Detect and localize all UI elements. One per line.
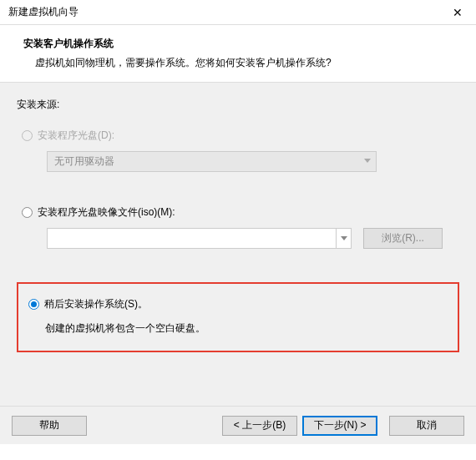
page-title: 安装客户机操作系统 [23,37,459,51]
radio-iso-file[interactable] [22,207,33,218]
drive-dropdown: 无可用驱动器 [47,151,377,172]
radio-install-later-label: 稍后安装操作系统(S)。 [44,297,148,311]
back-button[interactable]: < 上一步(B) [222,416,297,436]
window-title: 新建虚拟机向导 [8,5,438,19]
help-button[interactable]: 帮助 [12,416,87,436]
selected-option-highlight: 稍后安装操作系统(S)。 创建的虚拟机将包含一个空白硬盘。 [17,282,459,352]
chevron-down-icon [364,159,371,163]
iso-path-input[interactable] [47,228,352,249]
close-icon: ✕ [453,6,463,19]
drive-dropdown-value: 无可用驱动器 [54,154,114,169]
radio-installer-disc-label: 安装程序光盘(D): [38,129,114,143]
page-subtitle: 虚拟机如同物理机，需要操作系统。您将如何安装客户机操作系统? [23,56,459,70]
radio-installer-disc [22,130,33,141]
browse-button: 浏览(R)... [363,228,443,249]
install-source-label: 安装来源: [17,98,459,112]
radio-install-later[interactable] [28,299,39,310]
chevron-down-icon[interactable] [336,229,351,248]
install-later-description: 创建的虚拟机将包含一个空白硬盘。 [28,321,448,336]
radio-iso-file-label: 安装程序光盘映像文件(iso)(M): [38,205,175,220]
close-button[interactable]: ✕ [438,0,476,25]
next-button[interactable]: 下一步(N) > [302,416,377,436]
cancel-button[interactable]: 取消 [389,416,464,436]
